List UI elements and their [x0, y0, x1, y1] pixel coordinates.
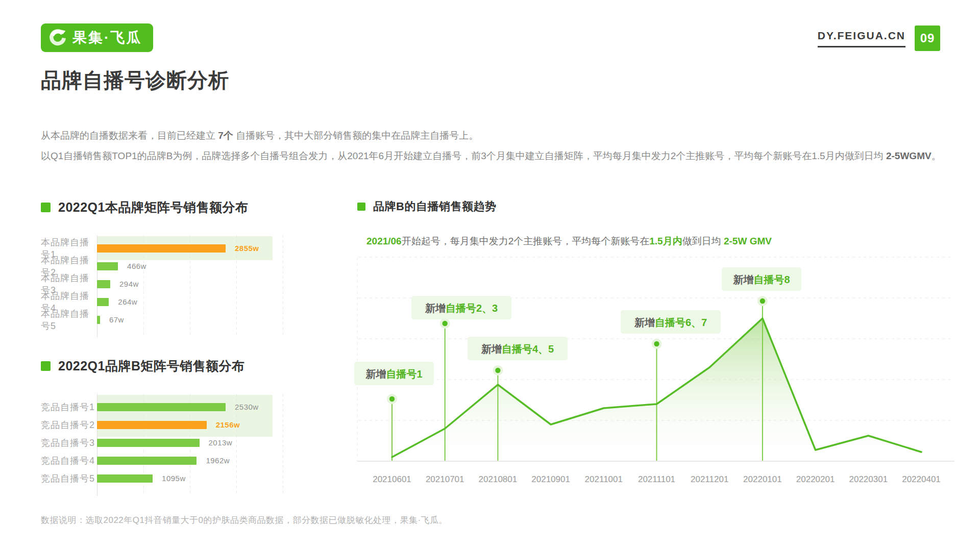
bar	[97, 316, 100, 324]
section-title-own-brand: 2022Q1本品牌矩阵号销售额分布	[41, 199, 337, 216]
intro-p2-bold: 2-5WGMV	[886, 151, 932, 161]
bar-label: 竞品自播号3	[41, 437, 97, 449]
subtitle-text: 做到日均	[682, 236, 724, 246]
bar	[97, 421, 207, 429]
marker-dot-icon	[389, 396, 395, 402]
bar	[97, 439, 200, 447]
bar-track: 466w	[97, 262, 337, 270]
bar-rows: 本品牌自播号12855w本品牌自播号2466w本品牌自播号3294w本品牌自播号…	[41, 239, 337, 329]
bar-value: 2156w	[216, 420, 240, 429]
intro-p1-pre: 从本品牌的自播数据来看，目前已经建立	[41, 130, 218, 141]
left-column: 2022Q1本品牌矩阵号销售额分布 本品牌自播号12855w本品牌自播号2466…	[41, 199, 337, 490]
annotation-label: 新增自播号6、7	[634, 317, 707, 328]
intro-paragraph: 从本品牌的自播数据来看，目前已经建立 7个 自播账号，其中大部分销售额的集中在品…	[41, 126, 954, 166]
bar-value: 67w	[109, 315, 124, 324]
bar-value: 264w	[118, 297, 137, 306]
intro-p2-pre: 以Q1自播销售额TOP1的品牌B为例，品牌选择多个自播号组合发力，从2021年6…	[41, 151, 886, 161]
marker-dot-icon	[654, 341, 659, 346]
annotation-label: 新增自播号4、5	[481, 343, 554, 355]
logo: 果集·飞瓜	[41, 23, 153, 52]
x-tick-label: 20210901	[531, 474, 570, 484]
green-square-bullet-icon	[41, 361, 51, 371]
marker-dot-icon	[495, 368, 500, 373]
bar	[97, 457, 197, 465]
marker-dot-icon	[760, 298, 765, 304]
bar-row: 竞品自播号22156w	[41, 416, 337, 434]
bar	[97, 403, 226, 411]
logo-melon-icon	[48, 28, 67, 47]
intro-p1-bold: 7个	[218, 130, 233, 141]
section-title-brand-b: 2022Q1品牌B矩阵号销售额分布	[41, 358, 337, 374]
bar-value: 1095w	[162, 474, 186, 483]
bar	[97, 262, 118, 270]
bar-value: 1962w	[206, 456, 230, 465]
bar-track: 2013w	[97, 438, 337, 447]
annotation-label: 新增自播号8	[732, 274, 790, 285]
page-title: 品牌自播号诊断分析	[41, 66, 229, 94]
x-tick-label: 20211201	[691, 474, 728, 484]
bar-label: 本品牌自播号5	[41, 308, 97, 332]
bar-label: 竞品自播号4	[41, 455, 97, 467]
bar-value: 2013w	[209, 438, 233, 447]
green-square-bullet-icon	[357, 203, 365, 211]
bar-track: 67w	[97, 315, 337, 324]
x-tick-label: 20210801	[479, 474, 518, 484]
bar-chart-brand-b: 竞品自播号12530w竞品自播号22156w竞品自播号32013w竞品自播号41…	[41, 398, 337, 490]
bar	[97, 280, 110, 288]
trend-chart: 新增自播号1新增自播号2、3新增自播号4、5新增自播号6、7新增自播号82021…	[357, 257, 960, 492]
bar-row: 本品牌自播号567w	[41, 311, 337, 329]
bar	[97, 474, 153, 483]
subtitle-text: 开始起号，每月集中发力2个主推账号，平均每个新账号在	[402, 236, 650, 246]
footer-note: 数据说明：选取2022年Q1抖音销量大于0的护肤品类商品数据，部分数据已做脱敏化…	[41, 514, 448, 526]
report-page: 果集·飞瓜 DY.FEIGUA.CN 09 品牌自播号诊断分析 从本品牌的自播数…	[0, 0, 980, 551]
bar-track: 294w	[97, 280, 337, 288]
x-tick-label: 20210701	[426, 474, 464, 484]
subtitle-highlight: 1.5月内	[649, 236, 682, 246]
bar-track: 1095w	[97, 474, 337, 483]
section-title-trend: 品牌B的自播销售额趋势	[357, 199, 960, 214]
bar-row: 竞品自播号41962w	[41, 452, 337, 469]
bar-track: 2530w	[97, 403, 337, 411]
intro-p2-post: 。	[932, 151, 941, 161]
x-tick-label: 20220101	[743, 474, 782, 484]
bar-label: 竞品自播号2	[41, 419, 97, 431]
page-number-badge: 09	[915, 26, 940, 51]
right-column: 品牌B的自播销售额趋势 2021/06开始起号，每月集中发力2个主推账号，平均每…	[357, 199, 960, 492]
trend-subtitle: 2021/06开始起号，每月集中发力2个主推账号，平均每个新账号在1.5月内做到…	[366, 235, 960, 248]
bar-label: 竞品自播号5	[41, 472, 97, 485]
marker-dot-icon	[443, 321, 448, 326]
bar	[97, 244, 226, 253]
bar-value: 294w	[119, 280, 139, 288]
bar-track: 264w	[97, 297, 337, 306]
subtitle-highlight: 2021/06	[366, 236, 402, 246]
intro-p1-post: 自播账号，其中大部分销售额的集中在品牌主自播号上。	[233, 130, 478, 141]
bar-row: 竞品自播号32013w	[41, 434, 337, 452]
annotation-label: 新增自播号2、3	[425, 303, 498, 314]
bar-rows: 竞品自播号12530w竞品自播号22156w竞品自播号32013w竞品自播号41…	[41, 398, 337, 487]
bar-label: 竞品自播号1	[41, 401, 97, 413]
own-brand-chart-title: 2022Q1本品牌矩阵号销售额分布	[58, 199, 248, 216]
bar-row: 竞品自播号12530w	[41, 398, 337, 416]
green-square-bullet-icon	[41, 203, 51, 212]
bar-track: 2855w	[97, 244, 337, 253]
x-tick-label: 20210601	[373, 474, 411, 484]
subtitle-highlight: 2-5W GMV	[724, 236, 772, 246]
header-right: DY.FEIGUA.CN 09	[818, 26, 940, 51]
x-tick-label: 20211101	[638, 474, 675, 484]
bar-value: 466w	[127, 262, 146, 270]
trend-chart-svg: 新增自播号1新增自播号2、3新增自播号4、5新增自播号6、7新增自播号82021…	[357, 257, 954, 492]
x-tick-label: 20220401	[902, 474, 941, 484]
x-tick-label: 20220301	[849, 474, 888, 484]
bar-value: 2530w	[235, 403, 259, 411]
brand-b-chart-title: 2022Q1品牌B矩阵号销售额分布	[58, 358, 245, 374]
bar-track: 2156w	[97, 420, 337, 429]
bar	[97, 298, 109, 306]
x-tick-label: 20211001	[585, 474, 623, 484]
bar-value: 2855w	[235, 244, 259, 253]
logo-text: 果集·飞瓜	[72, 28, 142, 47]
annotation-label: 新增自播号1	[365, 368, 422, 380]
bar-track: 1962w	[97, 456, 337, 465]
site-url: DY.FEIGUA.CN	[818, 30, 905, 47]
trend-chart-title: 品牌B的自播销售额趋势	[373, 199, 496, 214]
bar-chart-own-brand: 本品牌自播号12855w本品牌自播号2466w本品牌自播号3294w本品牌自播号…	[41, 239, 337, 331]
